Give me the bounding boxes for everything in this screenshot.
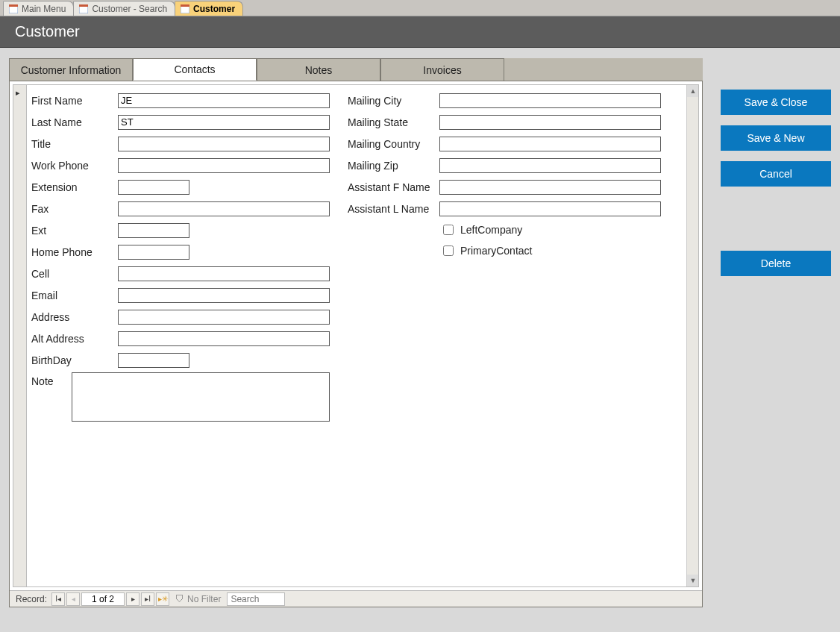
home-phone-field[interactable]	[118, 245, 189, 260]
doc-tab-label: Customer	[193, 4, 235, 14]
label-birthday: BirthDay	[31, 354, 118, 366]
tab-control: Customer Information Contacts Notes Invo…	[9, 58, 703, 607]
label-assistant-l-name: Assistant L Name	[348, 203, 439, 215]
label-alt-address: Alt Address	[31, 333, 118, 345]
label-address: Address	[31, 311, 118, 323]
assistant-f-name-field[interactable]	[439, 180, 661, 195]
label-home-phone: Home Phone	[31, 246, 118, 258]
birthday-field[interactable]	[118, 353, 189, 368]
label-mailing-zip: Mailing Zip	[348, 160, 439, 172]
record-navigation-bar: Record: I◂ ◂ ▸ ▸I ▸✳ ⛉ No Filter	[10, 590, 702, 607]
assistant-l-name-field[interactable]	[439, 201, 661, 216]
label-first-name: First Name	[31, 95, 118, 107]
nav-last-button[interactable]: ▸I	[141, 592, 154, 606]
fax-field[interactable]	[118, 201, 330, 216]
doc-tab-label: Main Menu	[22, 4, 66, 14]
address-field[interactable]	[118, 310, 330, 325]
nav-new-button[interactable]: ▸✳	[156, 592, 169, 606]
doc-tab-main-menu[interactable]: Main Menu	[3, 1, 74, 16]
label-email: Email	[31, 290, 118, 301]
svg-rect-1	[9, 4, 18, 7]
form-icon	[8, 4, 19, 14]
label-left-company: LeftCompany	[460, 224, 522, 236]
record-label: Record:	[13, 594, 50, 604]
page-title: Customer	[15, 23, 80, 40]
left-company-checkbox[interactable]	[443, 225, 454, 235]
label-last-name: Last Name	[31, 116, 118, 128]
work-phone-field[interactable]	[118, 158, 330, 173]
doc-tab-customer[interactable]: Customer	[175, 1, 243, 16]
label-cell: Cell	[31, 268, 118, 280]
scroll-up-icon[interactable]: ▲	[687, 85, 699, 97]
email-field[interactable]	[118, 288, 330, 303]
last-name-field[interactable]	[118, 115, 330, 130]
tab-contacts[interactable]: Contacts	[133, 58, 257, 81]
tab-customer-information[interactable]: Customer Information	[9, 58, 133, 81]
nav-prev-button[interactable]: ◂	[66, 592, 80, 606]
document-tabs: Main Menu Customer - Search Customer	[0, 0, 840, 16]
first-name-field[interactable]	[118, 93, 330, 108]
form-header: Customer	[0, 16, 840, 48]
filter-indicator[interactable]: ⛉ No Filter	[171, 594, 225, 604]
scroll-down-icon[interactable]: ▼	[687, 575, 699, 586]
doc-tab-label: Customer - Search	[92, 4, 167, 14]
label-note: Note	[31, 372, 72, 387]
primary-contact-checkbox[interactable]	[443, 245, 454, 256]
vertical-scrollbar[interactable]: ▲ ▼	[686, 85, 698, 586]
extension-field[interactable]	[118, 180, 189, 195]
label-mailing-country: Mailing Country	[348, 138, 439, 150]
label-primary-contact: PrimaryContact	[460, 245, 532, 257]
current-record-icon: ▸	[16, 88, 20, 98]
label-assistant-f-name: Assistant F Name	[348, 181, 439, 193]
ext-field[interactable]	[118, 223, 189, 238]
title-field[interactable]	[118, 137, 330, 151]
label-work-phone: Work Phone	[31, 160, 118, 172]
filter-icon: ⛉	[175, 594, 184, 604]
label-extension: Extension	[31, 181, 118, 193]
label-ext: Ext	[31, 225, 118, 237]
doc-tab-customer-search[interactable]: Customer - Search	[73, 1, 175, 16]
label-mailing-state: Mailing State	[348, 116, 439, 128]
label-fax: Fax	[31, 203, 118, 215]
mailing-zip-field[interactable]	[439, 158, 661, 173]
save-new-button[interactable]: Save & New	[721, 125, 831, 151]
nav-search-field[interactable]	[227, 592, 285, 606]
note-field[interactable]	[72, 372, 330, 422]
form-icon	[78, 4, 89, 14]
svg-rect-5	[181, 4, 189, 7]
record-selector[interactable]: ▸	[13, 85, 27, 586]
tab-invoices[interactable]: Invoices	[380, 58, 504, 81]
nav-first-button[interactable]: I◂	[51, 592, 65, 606]
nav-next-button[interactable]: ▸	[126, 592, 140, 606]
svg-rect-3	[79, 4, 88, 7]
mailing-country-field[interactable]	[439, 137, 661, 151]
alt-address-field[interactable]	[118, 331, 330, 346]
save-close-button[interactable]: Save & Close	[721, 90, 831, 115]
mailing-city-field[interactable]	[439, 93, 661, 108]
tab-notes[interactable]: Notes	[257, 58, 380, 81]
record-position-field[interactable]	[81, 592, 125, 606]
label-title: Title	[31, 138, 118, 150]
label-mailing-city: Mailing City	[348, 95, 439, 107]
form-icon	[180, 4, 190, 14]
delete-button[interactable]: Delete	[721, 251, 831, 276]
mailing-state-field[interactable]	[439, 115, 661, 130]
cancel-button[interactable]: Cancel	[721, 161, 831, 187]
cell-field[interactable]	[118, 266, 330, 281]
